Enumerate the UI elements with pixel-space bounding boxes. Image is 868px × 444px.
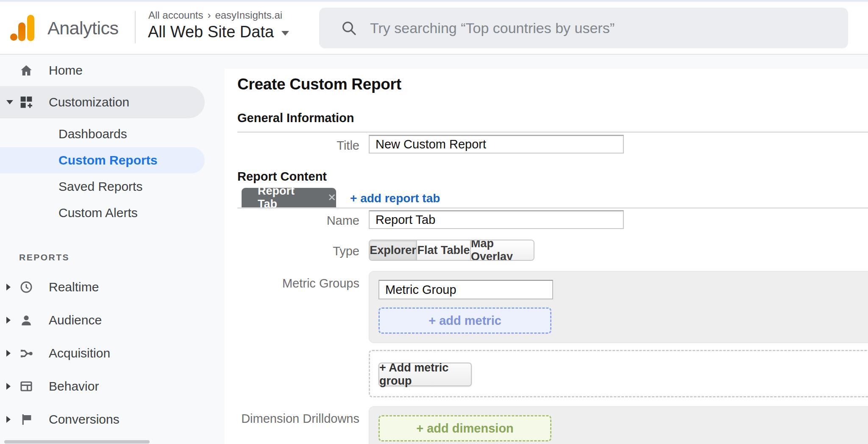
property-selector[interactable]: All Web Site Data [148, 23, 289, 41]
name-input[interactable] [369, 210, 624, 229]
chevron-down-icon [6, 100, 13, 104]
type-option-explorer[interactable]: Explorer [370, 240, 417, 260]
type-option-map-overlay[interactable]: Map Overlay [471, 240, 534, 260]
breadcrumb-separator: › [207, 9, 211, 21]
tab-divider [237, 207, 868, 209]
breadcrumb-all-accounts[interactable]: All accounts [148, 9, 203, 21]
type-option-flat-table[interactable]: Flat Table [417, 240, 471, 260]
sidebar-item-behavior[interactable]: Behavior [0, 370, 225, 403]
type-segmented-control: Explorer Flat Table Map Overlay [369, 240, 534, 261]
acquisition-icon [19, 346, 33, 360]
clock-icon [19, 280, 33, 294]
chevron-right-icon [6, 317, 11, 324]
header-divider [135, 11, 136, 43]
content-area: Home Customization Dashboards Custom Rep… [0, 55, 868, 444]
home-icon [19, 64, 33, 77]
section-divider [237, 131, 868, 133]
metric-group-panel: + add metric [369, 271, 868, 343]
sidebar-item-acquisition[interactable]: Acquisition [0, 337, 225, 370]
main-content: Create Custom Report General Information… [225, 69, 868, 444]
logo-bar-mid [18, 22, 25, 41]
add-report-tab-link[interactable]: + add report tab [350, 192, 440, 205]
sidebar: Home Customization Dashboards Custom Rep… [0, 55, 225, 444]
sidebar-item-home[interactable]: Home [0, 55, 225, 86]
sidebar-item-dashboards[interactable]: Dashboards [0, 121, 225, 147]
add-metric-group-button[interactable]: + Add metric group [378, 363, 472, 386]
sidebar-item-saved-reports[interactable]: Saved Reports [0, 173, 225, 200]
title-input[interactable] [369, 135, 624, 154]
sidebar-item-label: Home [49, 63, 83, 78]
person-icon [19, 313, 33, 327]
layout-icon [19, 380, 33, 393]
close-icon[interactable]: ✕ [328, 192, 336, 204]
add-dimension-button[interactable]: + add dimension [378, 415, 551, 441]
search-bar [319, 8, 848, 48]
add-metric-button[interactable]: + add metric [378, 307, 551, 334]
add-metric-group-container: + Add metric group [369, 350, 868, 397]
report-content-heading: Report Content [237, 170, 327, 184]
breadcrumb: All accounts › easyInsights.ai [148, 9, 282, 21]
analytics-logo[interactable] [10, 15, 35, 41]
reports-section-label: REPORTS [19, 252, 70, 262]
flag-icon [19, 413, 33, 426]
search-input[interactable] [369, 20, 835, 37]
customization-icon [19, 95, 33, 109]
metric-group-name-input[interactable] [378, 280, 553, 299]
app-header: Analytics All accounts › easyInsights.ai… [0, 0, 868, 55]
sidebar-item-realtime[interactable]: Realtime [0, 271, 225, 304]
sidebar-item-audience[interactable]: Audience [0, 304, 225, 337]
top-accent-strip [0, 0, 868, 2]
report-tab-chip-label: Report Tab [258, 184, 315, 211]
name-label: Name [237, 214, 359, 228]
dimension-drilldowns-label: Dimension Drilldowns [237, 412, 359, 426]
sidebar-item-customization[interactable]: Customization [0, 86, 225, 118]
logo-bar-tall [27, 15, 34, 41]
chevron-right-icon [6, 350, 11, 357]
property-selector-label: All Web Site Data [148, 23, 274, 41]
page-title: Create Custom Report [237, 75, 401, 93]
chevron-down-icon [281, 31, 289, 36]
chevron-right-icon [6, 284, 11, 290]
app-name: Analytics [47, 18, 119, 39]
report-tab-chip[interactable]: Report Tab ✕ [242, 188, 336, 207]
dimension-drilldowns-panel: + add dimension [369, 406, 868, 444]
search-icon [340, 20, 357, 36]
title-label: Title [237, 139, 359, 153]
metric-groups-label: Metric Groups [237, 276, 359, 290]
general-information-heading: General Information [237, 111, 354, 125]
logo-dot [10, 34, 17, 41]
breadcrumb-account[interactable]: easyInsights.ai [215, 9, 282, 21]
type-label: Type [237, 244, 359, 258]
chevron-right-icon [6, 383, 11, 390]
sidebar-item-custom-alerts[interactable]: Custom Alerts [0, 200, 225, 226]
sidebar-item-label: Customization [49, 95, 129, 109]
sidebar-item-conversions[interactable]: Conversions [0, 403, 225, 436]
chevron-right-icon [6, 416, 11, 423]
sidebar-item-custom-reports[interactable]: Custom Reports [0, 147, 225, 173]
sidebar-scrollbar[interactable] [4, 440, 150, 444]
